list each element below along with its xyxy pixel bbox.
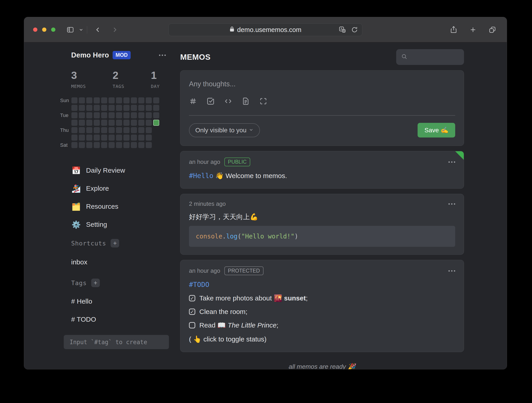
todo-item: ✓ Take more photos about 🌇 sunset;	[189, 293, 455, 303]
memo-tag[interactable]: #Hello	[189, 172, 213, 180]
memo-menu-button[interactable]	[449, 203, 455, 205]
heatmap-cell	[116, 97, 122, 104]
heatmap-cell	[116, 142, 122, 148]
visibility-badge-public: PUBLIC	[224, 157, 250, 166]
add-tag-button[interactable]: +	[91, 279, 100, 287]
stat-value: 2	[113, 69, 151, 81]
memo-text: 好好学习，天天向上💪	[189, 212, 455, 222]
heatmap-cell	[146, 112, 152, 118]
heatmap-cell	[71, 135, 77, 141]
memo-tag[interactable]: #TODO	[189, 281, 209, 288]
heatmap-cell	[116, 120, 122, 126]
tab-overview-button[interactable]	[486, 23, 499, 36]
add-shortcut-button[interactable]: +	[111, 239, 119, 247]
nav-label: Setting	[86, 221, 107, 228]
heatmap-row-label: Sat	[60, 142, 70, 148]
search-input[interactable]	[396, 49, 464, 65]
heatmap-cell	[138, 135, 144, 141]
memos-footer-message: all memos are ready 🎉	[180, 363, 464, 369]
heatmap-cell	[123, 105, 129, 111]
stat-tags: 2 TAGS	[113, 69, 151, 89]
todo-checkbox[interactable]: ✓	[189, 295, 195, 301]
heatmap-cell	[131, 120, 137, 126]
chevron-right-icon	[111, 26, 118, 33]
heatmap-cell	[79, 105, 85, 111]
file-icon[interactable]	[242, 97, 250, 106]
memo-timestamp: 2 minutes ago	[189, 200, 226, 207]
toolbar-chevron-button[interactable]	[76, 23, 86, 36]
shortcut-item-inbox[interactable]: inbox	[71, 258, 171, 266]
share-button[interactable]	[447, 23, 460, 36]
user-banner[interactable]: Demo Hero MOD	[71, 51, 166, 59]
nav-label: Resources	[86, 203, 118, 210]
sidebar-toggle-button[interactable]	[64, 23, 76, 36]
heatmap-cell	[138, 97, 144, 104]
code-icon[interactable]	[224, 97, 232, 106]
visibility-select[interactable]: Only visible to you	[189, 123, 260, 137]
heatmap-cell	[94, 135, 100, 141]
save-button[interactable]: Save ✍️	[418, 123, 455, 137]
heatmap-cell	[101, 112, 107, 118]
sidebar-item-setting[interactable]: ⚙️ Setting	[71, 215, 171, 234]
memo-menu-button[interactable]	[449, 270, 455, 272]
main-header: MEMOS	[180, 49, 464, 65]
code-string: "Hello world!"	[241, 233, 294, 240]
heatmap-cell-active	[153, 120, 159, 126]
close-window-button[interactable]	[33, 27, 37, 32]
heatmap-cell	[131, 142, 137, 148]
heatmap-cell	[123, 142, 129, 148]
heatmap-cell	[116, 135, 122, 141]
back-button[interactable]	[92, 23, 104, 36]
heatmap-cell	[79, 120, 85, 126]
heatmap-cell	[71, 120, 77, 126]
heatmap-grid: SunTueThuSat	[60, 97, 171, 149]
heatmap-cell	[131, 127, 137, 133]
chevron-left-icon	[95, 26, 101, 33]
tag-create-input[interactable]	[64, 335, 169, 349]
tag-item-hello[interactable]: # Hello	[71, 298, 171, 305]
address-bar[interactable]: demo.usememos.com A	[168, 23, 362, 36]
address-url: demo.usememos.com	[237, 26, 301, 34]
todo-checkbox[interactable]: ✓	[189, 309, 195, 315]
heatmap-cell	[86, 135, 92, 141]
todo-checklist: ✓ Take more photos about 🌇 sunset; ✓ Cle…	[189, 293, 455, 330]
heatmap-cell	[94, 127, 100, 133]
new-tab-button[interactable]	[467, 23, 479, 36]
zoom-window-button[interactable]	[51, 27, 55, 32]
memo-card-hello: an hour ago PUBLIC #Hello 👋 Welcome to m…	[180, 151, 464, 189]
search-icon	[401, 53, 407, 61]
heatmap-cell	[116, 112, 122, 118]
heatmap-cell	[108, 142, 115, 148]
memo-menu-button[interactable]	[449, 161, 455, 163]
sidebar-item-daily-review[interactable]: 📅 Daily Review	[71, 161, 171, 179]
memo-content: #Hello 👋 Welcome to memos.	[189, 171, 455, 181]
hashtag-icon[interactable]	[189, 97, 197, 106]
heatmap-cell	[108, 127, 115, 133]
heatmap-row-label: Tue	[60, 112, 70, 118]
tag-item-todo[interactable]: # TODO	[71, 316, 171, 323]
minimize-window-button[interactable]	[42, 27, 46, 32]
code-object: console	[196, 233, 222, 240]
fullscreen-icon[interactable]	[259, 97, 267, 106]
heatmap-cell	[123, 127, 129, 133]
heatmap-cell	[86, 127, 92, 133]
sidebar-item-explore[interactable]: 🏂 Explore	[71, 179, 171, 197]
memo-timestamp: an hour ago	[189, 267, 220, 274]
heatmap-cell	[108, 97, 115, 104]
reload-button[interactable]	[350, 25, 359, 34]
heatmap-cell	[146, 135, 152, 141]
todo-checkbox[interactable]	[189, 322, 195, 328]
sidebar-nav: 📅 Daily Review 🏂 Explore 🗂️ Resources ⚙️…	[71, 161, 171, 234]
heatmap-cell	[131, 135, 137, 141]
heatmap-cell	[71, 97, 77, 104]
reload-icon	[351, 26, 358, 33]
forward-button[interactable]	[108, 23, 121, 36]
heatmap-cell	[146, 97, 152, 104]
memo-timestamp: an hour ago	[189, 158, 220, 165]
editor-placeholder[interactable]: Any thoughts...	[189, 80, 455, 88]
traffic-lights	[33, 27, 55, 32]
sidebar-item-resources[interactable]: 🗂️ Resources	[71, 197, 171, 215]
checkbox-icon[interactable]	[207, 97, 215, 106]
translate-button[interactable]: A	[338, 25, 347, 34]
user-menu-button[interactable]	[159, 55, 166, 56]
